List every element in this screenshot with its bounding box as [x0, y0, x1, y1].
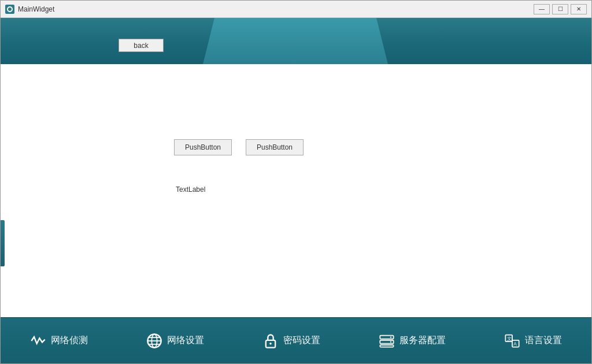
- lock-icon: [262, 333, 279, 349]
- svg-text:文: 文: [507, 336, 512, 341]
- push-button-1[interactable]: PushButton: [174, 139, 232, 155]
- nav-label-password-settings: 密码设置: [283, 335, 320, 347]
- nav-item-language-settings[interactable]: 文 A 语言设置: [495, 328, 571, 354]
- nav-label-server-config: 服务器配置: [399, 335, 446, 347]
- svg-rect-9: [380, 345, 393, 347]
- nav-item-network-settings[interactable]: 网络设置: [137, 328, 213, 354]
- title-bar: MainWidget — ☐ ✕: [1, 1, 591, 18]
- window-title: MainWidget: [18, 5, 54, 13]
- title-bar-left: MainWidget: [5, 5, 54, 14]
- back-button[interactable]: back: [119, 39, 164, 52]
- close-button[interactable]: ✕: [571, 4, 587, 14]
- text-label: TextLabel: [176, 185, 205, 194]
- main-content: PushButton PushButton TextLabel: [1, 64, 591, 317]
- svg-point-10: [390, 336, 391, 337]
- nav-label-language-settings: 语言设置: [525, 335, 562, 347]
- svg-point-6: [269, 342, 272, 344]
- app-icon-inner: [7, 6, 13, 12]
- header: back: [1, 18, 591, 64]
- title-bar-controls: — ☐ ✕: [534, 4, 587, 14]
- nav-label-network-settings: 网络设置: [167, 335, 204, 347]
- nav-item-network-detect[interactable]: 网络侦测: [21, 328, 97, 354]
- waveform-icon: [30, 333, 46, 349]
- minimize-button[interactable]: —: [534, 4, 550, 14]
- app-icon: [5, 5, 14, 14]
- push-button-2[interactable]: PushButton: [246, 139, 304, 155]
- nav-label-network-detect: 网络侦测: [51, 335, 88, 347]
- nav-item-server-config[interactable]: 服务器配置: [369, 328, 455, 354]
- svg-rect-7: [380, 335, 393, 339]
- svg-text:A: A: [514, 341, 517, 347]
- bottom-nav: 网络侦测 网络设置 密码设置: [1, 317, 591, 363]
- content-area: PushButton PushButton TextLabel: [1, 64, 591, 317]
- main-window: MainWidget — ☐ ✕ back PushButton PushBut…: [0, 0, 592, 364]
- svg-rect-8: [380, 340, 393, 343]
- server-icon: [379, 333, 395, 349]
- buttons-row: PushButton PushButton: [1, 139, 591, 155]
- translate-icon: 文 A: [504, 333, 520, 349]
- header-tab: [203, 18, 388, 64]
- globe-icon: [146, 333, 162, 349]
- nav-item-password-settings[interactable]: 密码设置: [253, 328, 330, 354]
- svg-point-11: [390, 341, 391, 342]
- maximize-button[interactable]: ☐: [552, 4, 568, 14]
